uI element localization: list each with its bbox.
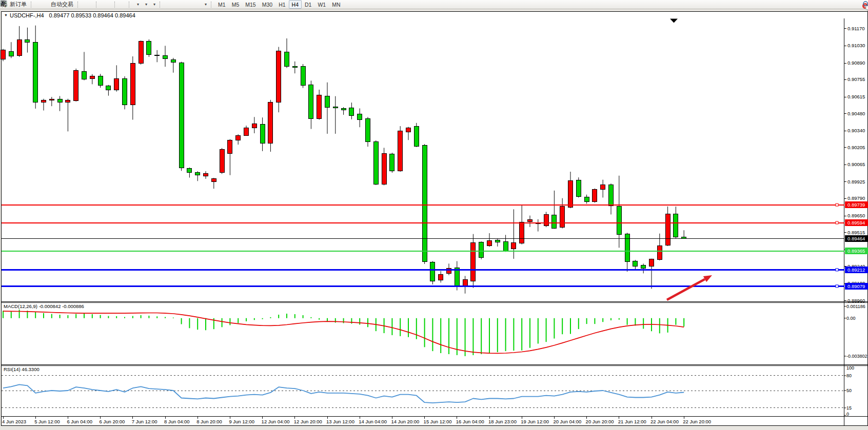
time-tick-label: 14 Jun 04:00 bbox=[359, 419, 387, 424]
candle bbox=[292, 66, 297, 67]
candle bbox=[633, 261, 638, 266]
price-tick-label: 0.88960 bbox=[847, 298, 865, 303]
candle bbox=[333, 107, 338, 108]
candle bbox=[74, 71, 78, 100]
signals-button[interactable] bbox=[43, 0, 47, 9]
chart-symbol-period: USDCHF-,H4 bbox=[10, 12, 44, 18]
candle bbox=[382, 153, 386, 184]
line-handle[interactable] bbox=[836, 285, 838, 288]
auto-trading-button[interactable]: 自动交易 bbox=[47, 0, 75, 9]
candle bbox=[560, 207, 565, 228]
bar-chart-button[interactable] bbox=[82, 0, 86, 9]
time-tick-label: 12 Jun 04:00 bbox=[262, 419, 290, 424]
time-tick-label: 13 Jun 12:00 bbox=[326, 419, 354, 424]
candle bbox=[479, 242, 484, 258]
trendline-button[interactable] bbox=[180, 0, 184, 9]
vline-button[interactable] bbox=[172, 0, 176, 9]
timeframe-button-h1[interactable]: H1 bbox=[275, 0, 288, 9]
candle bbox=[373, 141, 378, 184]
timeframe-button-w1[interactable]: W1 bbox=[314, 0, 329, 9]
candle bbox=[511, 243, 516, 249]
toolbar-separator bbox=[96, 2, 98, 8]
timeframe-button-m30[interactable]: M30 bbox=[259, 0, 275, 9]
toolbar-separator bbox=[129, 2, 131, 8]
price-tick-label: 0.90205 bbox=[847, 145, 865, 150]
time-tick-label: 16 Jun 04:00 bbox=[456, 419, 484, 424]
candle bbox=[674, 214, 678, 237]
chevron-down-icon[interactable]: ▾ bbox=[145, 2, 147, 7]
candle bbox=[439, 274, 443, 280]
candle-chart-button[interactable] bbox=[86, 0, 90, 9]
candle bbox=[495, 240, 500, 242]
time-tick-label: 18 Jun 23:00 bbox=[488, 419, 517, 424]
text-button[interactable]: A bbox=[192, 0, 196, 9]
auto-scroll-button[interactable] bbox=[119, 0, 123, 9]
timeframe-button-m5[interactable]: M5 bbox=[229, 0, 243, 9]
indicators-button[interactable]: ▾ bbox=[149, 0, 157, 9]
zoom-out-button[interactable] bbox=[104, 0, 108, 9]
candle bbox=[584, 197, 589, 201]
timeframe-button-m1[interactable]: M1 bbox=[215, 0, 229, 9]
shapes-button[interactable]: ▾ bbox=[201, 0, 209, 9]
candle bbox=[98, 76, 103, 86]
price-label-0.89464: 0.89464 bbox=[847, 236, 865, 241]
candle bbox=[204, 173, 208, 176]
rsi-axis-label: 80 bbox=[846, 373, 852, 378]
candle bbox=[17, 39, 22, 55]
price-label-0.89365: 0.89365 bbox=[847, 248, 865, 254]
fibonacci-button[interactable]: F bbox=[188, 0, 192, 9]
timeframe-button-mn[interactable]: MN bbox=[329, 0, 343, 9]
chart-title-bar[interactable]: ▼ USDCHF-,H4 0.89477 0.89533 0.89464 0.8… bbox=[1, 11, 868, 18]
time-tick-label: 22 Jun 04:00 bbox=[650, 419, 679, 424]
candle bbox=[593, 189, 597, 201]
label-button[interactable]: T bbox=[196, 0, 201, 9]
chart-area[interactable]: 0.911700.910300.908900.907550.906150.904… bbox=[0, 0, 868, 430]
chevron-down-icon[interactable]: ▾ bbox=[137, 2, 139, 7]
tile-windows-button[interactable] bbox=[108, 0, 112, 9]
time-tick-label: 14 Jun 20:00 bbox=[391, 419, 419, 424]
candle bbox=[33, 42, 38, 102]
candle bbox=[528, 219, 532, 221]
publish-button[interactable] bbox=[39, 0, 43, 9]
candle bbox=[1, 50, 6, 59]
chevron-down-icon[interactable]: ▾ bbox=[205, 2, 207, 7]
rsi-axis-label: 0 bbox=[846, 412, 849, 417]
time-tick-label: 20 Jun 04:00 bbox=[553, 419, 581, 424]
time-tick-label: 7 Jun 12:00 bbox=[132, 419, 157, 424]
candle bbox=[568, 181, 573, 207]
templates-button[interactable]: ▾ bbox=[133, 0, 141, 9]
line-handle[interactable] bbox=[836, 203, 838, 206]
styles-button[interactable] bbox=[35, 0, 39, 9]
timeframe-button-h4[interactable]: H4 bbox=[289, 0, 302, 9]
chevron-down-icon[interactable]: ▾ bbox=[153, 2, 155, 7]
candle bbox=[147, 42, 151, 55]
new-order-button[interactable]: 新订单 bbox=[6, 0, 29, 9]
toolbar-separator bbox=[160, 2, 162, 8]
crosshair-button[interactable] bbox=[168, 0, 172, 9]
time-tick-label: 9 Jun 12:00 bbox=[229, 419, 254, 424]
time-tick-label: 21 Jun 12:00 bbox=[618, 419, 646, 424]
price-tick-label: 0.89790 bbox=[847, 195, 865, 201]
time-tick-label: 15 Jun 12:00 bbox=[424, 419, 452, 424]
chart-shift-button[interactable] bbox=[123, 0, 127, 9]
time-tick-label: 8 Jun 04:00 bbox=[164, 419, 190, 424]
time-tick-label: 20 Jun 20:00 bbox=[586, 419, 614, 424]
hline-button[interactable] bbox=[176, 0, 180, 9]
periods-button[interactable]: ▾ bbox=[141, 0, 149, 9]
channel-button[interactable]: E bbox=[184, 0, 188, 9]
timeframe-button-d1[interactable]: D1 bbox=[302, 0, 314, 9]
line-chart-button[interactable] bbox=[90, 0, 94, 9]
cursor-button[interactable] bbox=[164, 0, 168, 9]
line-handle[interactable] bbox=[836, 269, 838, 271]
toolbar-button-label: 新订单 bbox=[10, 1, 27, 8]
price-label-0.89079: 0.89079 bbox=[847, 283, 865, 289]
time-tick-label: 22 Jun 20:00 bbox=[683, 419, 711, 424]
timeframe-button-m15[interactable]: M15 bbox=[242, 0, 259, 9]
collapse-triangle-icon[interactable]: ▼ bbox=[4, 13, 8, 17]
line-handle[interactable] bbox=[836, 221, 838, 224]
rsi-axis-label: 100 bbox=[846, 365, 854, 371]
zoom-in-button[interactable] bbox=[100, 0, 104, 9]
candle bbox=[163, 55, 168, 58]
candle bbox=[130, 63, 135, 105]
candle bbox=[49, 99, 54, 100]
